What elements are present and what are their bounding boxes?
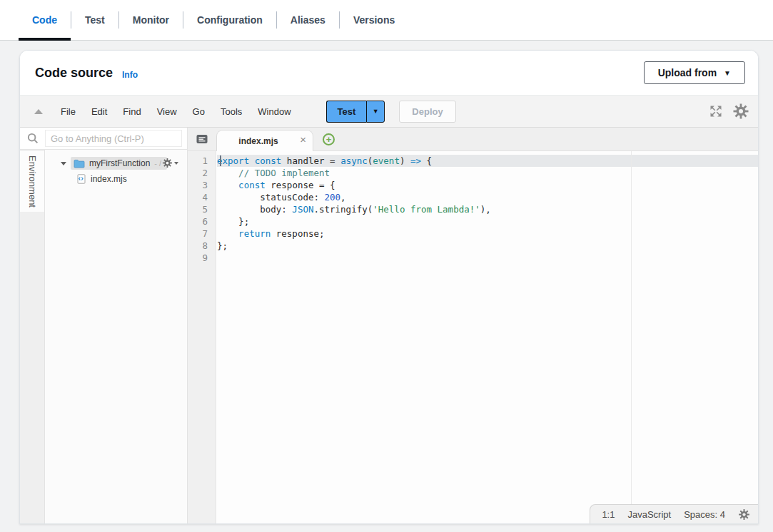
- line-number-gutter[interactable]: 123456789: [188, 151, 216, 523]
- line-number: 9: [188, 252, 216, 264]
- sidebar-tab-strip: Environment: [20, 150, 45, 523]
- tree-file-row[interactable]: index.mjs: [45, 171, 187, 187]
- line-number: 4: [188, 191, 216, 203]
- editor-tab-label: index.mjs: [238, 136, 278, 146]
- editor-region: index.mjs × + 123456789 export const han…: [188, 128, 758, 523]
- nav-tabs: CodeTestMonitorConfigurationAliasesVersi…: [19, 0, 408, 40]
- panel-header: Code source Info Upload from ▼: [20, 51, 758, 95]
- test-dropdown-button[interactable]: ▼: [366, 101, 385, 123]
- line-number: 3: [188, 179, 216, 191]
- tab-versions[interactable]: Versions: [340, 0, 408, 40]
- tab-monitor[interactable]: Monitor: [119, 0, 183, 40]
- javascript-file-icon: [77, 174, 86, 184]
- code-line: };: [217, 215, 758, 227]
- environment-tab-label: Environment: [27, 155, 38, 208]
- collapse-menubar-icon[interactable]: [34, 109, 43, 114]
- sidebar-search-row: [20, 128, 188, 150]
- code-line: return response;: [217, 227, 758, 240]
- menu-find[interactable]: Find: [115, 106, 148, 117]
- code-editor[interactable]: 123456789 export const handler = async(e…: [188, 151, 758, 523]
- menu-go[interactable]: Go: [185, 106, 213, 117]
- code-source-panel: Code source Info Upload from ▼ FileEditF…: [19, 50, 759, 524]
- tab-list-icon[interactable]: [188, 127, 216, 150]
- spaces-setting[interactable]: Spaces: 4: [684, 509, 725, 520]
- code-line: [217, 252, 758, 264]
- text-cursor: [220, 155, 221, 166]
- menu-edit[interactable]: Edit: [84, 106, 115, 117]
- search-icon[interactable]: [20, 132, 45, 145]
- code-line: statusCode: 200,: [217, 191, 758, 203]
- tree-folder-row[interactable]: myFirstFunction - /: [45, 155, 187, 171]
- code-line: };: [217, 240, 758, 252]
- selected-folder[interactable]: myFirstFunction - /: [71, 157, 167, 170]
- language-mode[interactable]: JavaScript: [627, 509, 671, 520]
- tab-test[interactable]: Test: [71, 0, 118, 40]
- chevron-down-icon: ▼: [373, 108, 379, 115]
- test-button[interactable]: Test: [326, 101, 367, 123]
- file-tree-panel: myFirstFunction - /: [45, 150, 188, 523]
- new-tab-plus-icon[interactable]: +: [323, 133, 335, 145]
- menu-file[interactable]: File: [53, 106, 84, 117]
- menubar-right-icons: [709, 103, 749, 120]
- menubar-items: FileEditFindViewGoToolsWindow: [53, 106, 299, 117]
- line-number: 7: [188, 227, 216, 240]
- code-line: const response = {: [217, 179, 758, 191]
- tab-configuration[interactable]: Configuration: [183, 0, 276, 40]
- folder-icon: [74, 159, 85, 168]
- menu-window[interactable]: Window: [250, 106, 298, 117]
- menu-tools[interactable]: Tools: [213, 106, 250, 117]
- chevron-down-icon: [174, 162, 178, 165]
- editor-tab-bar: index.mjs × +: [188, 128, 758, 151]
- line-number: 8: [188, 240, 216, 252]
- function-nav-tabs: CodeTestMonitorConfigurationAliasesVersi…: [0, 0, 773, 41]
- statusbar-gear-icon[interactable]: [738, 508, 750, 521]
- code-line: export const handler = async(event) => {: [217, 155, 758, 167]
- page-title: Code source: [35, 66, 113, 81]
- editor-status-bar: 1:1 JavaScript Spaces: 4: [590, 504, 758, 523]
- tree-settings-button[interactable]: [162, 158, 178, 168]
- line-number: 2: [188, 167, 216, 179]
- code-line: // TODO implement: [217, 167, 758, 179]
- code-text[interactable]: export const handler = async(event) => {…: [217, 155, 758, 264]
- gear-icon: [162, 158, 173, 168]
- file-name: index.mjs: [91, 174, 127, 184]
- folder-name: myFirstFunction: [89, 158, 150, 168]
- deploy-button[interactable]: Deploy: [399, 101, 455, 123]
- editor-tab-index-mjs[interactable]: index.mjs ×: [216, 130, 313, 151]
- goto-anything-input[interactable]: [45, 130, 182, 147]
- upload-from-button[interactable]: Upload from ▼: [644, 61, 745, 84]
- tab-environment[interactable]: Environment: [20, 151, 44, 212]
- tab-code[interactable]: Code: [19, 0, 71, 40]
- line-number: 5: [188, 203, 216, 215]
- info-link[interactable]: Info: [122, 70, 138, 80]
- editor-menubar: FileEditFindViewGoToolsWindow Test ▼ Dep…: [20, 95, 758, 128]
- chevron-down-icon: ▼: [724, 69, 731, 77]
- upload-from-label: Upload from: [658, 67, 717, 78]
- tab-aliases[interactable]: Aliases: [277, 0, 339, 40]
- line-number: 6: [188, 215, 216, 227]
- menu-view[interactable]: View: [149, 106, 185, 117]
- close-tab-icon[interactable]: ×: [300, 134, 306, 145]
- line-number: 1: [188, 155, 216, 167]
- folder-path-suffix: - /: [154, 159, 161, 168]
- editor-settings-gear-icon[interactable]: [732, 103, 749, 120]
- cursor-position[interactable]: 1:1: [602, 509, 615, 520]
- code-line: body: JSON.stringify('Hello from Lambda!…: [217, 203, 758, 215]
- fullscreen-icon[interactable]: [709, 104, 723, 118]
- test-split-button: Test ▼: [326, 101, 385, 123]
- folder-expanded-caret-icon[interactable]: [61, 162, 66, 165]
